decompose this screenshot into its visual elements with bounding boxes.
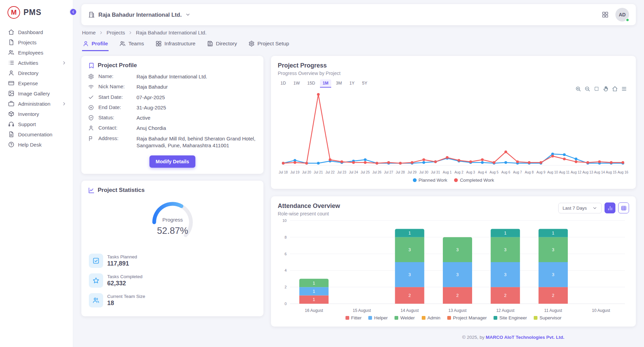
footer-company-link[interactable]: MARCO AIoT Technologies Pvt. Ltd. xyxy=(486,335,564,340)
modify-details-button[interactable]: Modify Details xyxy=(149,155,195,168)
table-view-button[interactable] xyxy=(618,202,629,213)
range-button-5y[interactable]: 5Y xyxy=(359,79,370,88)
logo-icon: M xyxy=(7,6,20,19)
sidebar-item-projects[interactable]: Projects xyxy=(0,37,73,47)
range-button-1w[interactable]: 1W xyxy=(291,79,303,88)
legend-marker xyxy=(413,178,417,182)
svg-text:Jul 31: Jul 31 xyxy=(431,170,440,174)
svg-text:Aug 1: Aug 1 xyxy=(443,170,452,174)
sidebar-item-administration[interactable]: Administration xyxy=(0,99,73,109)
legend-item-site-engineer[interactable]: Site Engineer xyxy=(494,315,527,320)
legend-marker xyxy=(422,316,425,320)
legend-item-fitter[interactable]: Fitter xyxy=(345,315,362,320)
sidebar-item-directory[interactable]: Directory xyxy=(0,68,73,78)
legend-label: Completed Work xyxy=(460,178,494,183)
sidebar-item-support[interactable]: Support xyxy=(0,119,73,129)
tab-project-setup[interactable]: Project Setup xyxy=(248,39,290,51)
home-icon[interactable] xyxy=(612,86,618,92)
tab-label: Teams xyxy=(128,41,144,47)
avatar-initials: AD xyxy=(619,12,626,17)
users-icon xyxy=(119,41,126,47)
legend-item-supervisor[interactable]: Supervisor xyxy=(534,315,562,320)
sidebar-item-label: Activities xyxy=(18,60,58,66)
legend-item-planned-work[interactable]: Planned Work xyxy=(413,178,448,183)
apps-grid-icon[interactable] xyxy=(602,11,609,18)
legend-label: Supervisor xyxy=(540,315,562,320)
range-button-1d[interactable]: 1D xyxy=(278,79,289,88)
svg-text:3: 3 xyxy=(504,272,506,277)
logo[interactable]: M PMS xyxy=(0,0,73,24)
zoom-in-icon[interactable] xyxy=(575,86,581,92)
tab-teams[interactable]: Teams xyxy=(119,39,145,51)
svg-text:1: 1 xyxy=(313,289,315,294)
legend-marker xyxy=(395,316,398,320)
sidebar-menu: DashboardProjectsEmployeesActivitiesDire… xyxy=(0,27,73,150)
profile-fields: Name:Raja Bahadur International Ltd.Nick… xyxy=(88,72,257,151)
sidebar-collapse-button[interactable] xyxy=(69,8,77,16)
menu-icon[interactable] xyxy=(621,86,627,92)
pan-icon[interactable] xyxy=(603,86,609,92)
user-icon xyxy=(83,41,89,47)
company-selector[interactable]: Raja Bahadur International Ltd. xyxy=(88,11,191,18)
breadcrumb-item-projects[interactable]: Projects xyxy=(107,30,125,35)
sidebar-item-expense[interactable]: Expense xyxy=(0,78,73,88)
user-icon xyxy=(8,70,14,76)
svg-text:Aug 2: Aug 2 xyxy=(454,170,464,174)
sidebar-item-help-desk[interactable]: Help Desk xyxy=(0,139,73,150)
svg-text:10 August: 10 August xyxy=(592,308,610,313)
save-icon xyxy=(207,41,213,47)
tab-label: Directory xyxy=(216,41,237,47)
svg-text:3: 3 xyxy=(408,247,411,252)
svg-text:10: 10 xyxy=(283,218,287,223)
chevron-right-icon xyxy=(128,30,133,35)
sidebar-item-inventory[interactable]: Inventory xyxy=(0,109,73,119)
tab-profile[interactable]: Profile xyxy=(82,39,109,51)
star-icon xyxy=(89,273,103,288)
sidebar-item-employees[interactable]: Employees xyxy=(0,47,73,58)
legend-item-welder[interactable]: Welder xyxy=(395,315,415,320)
stat-tasks-planned: Tasks Planned117,891 xyxy=(88,251,257,271)
legend-item-helper[interactable]: Helper xyxy=(368,315,388,320)
svg-text:Aug 10: Aug 10 xyxy=(547,170,558,174)
zoom-out-icon[interactable] xyxy=(584,86,590,92)
avatar[interactable]: AD xyxy=(615,8,629,21)
tab-infrastructure[interactable]: Infrastructure xyxy=(155,39,196,51)
sidebar-item-label: Support xyxy=(18,121,68,127)
legend-item-admin[interactable]: Admin xyxy=(422,315,440,320)
sidebar-item-label: Projects xyxy=(18,40,68,45)
main-area: Raja Bahadur International Ltd. AD HomeP… xyxy=(73,0,644,347)
gear-icon xyxy=(248,41,255,47)
svg-text:15 August: 15 August xyxy=(353,308,371,313)
legend-item-project-manager[interactable]: Project Manager xyxy=(447,315,487,320)
sidebar-item-documentation[interactable]: Documentation xyxy=(0,129,73,139)
svg-text:Jul 19: Jul 19 xyxy=(290,170,300,174)
date-range-select[interactable]: Last 7 Days xyxy=(558,203,602,213)
sidebar-item-dashboard[interactable]: Dashboard xyxy=(0,27,73,37)
list-icon xyxy=(8,60,14,66)
svg-text:0: 0 xyxy=(285,302,287,306)
range-button-1m[interactable]: 1M xyxy=(320,79,331,88)
range-button-15d[interactable]: 15D xyxy=(305,79,318,88)
tab-label: Project Setup xyxy=(257,41,289,47)
sidebar: M PMS DashboardProjectsEmployeesActiviti… xyxy=(0,0,73,347)
sidebar-item-image-gallery[interactable]: Image Gallery xyxy=(0,88,73,99)
stat-value: 62,332 xyxy=(107,280,143,287)
svg-text:12 August: 12 August xyxy=(496,308,515,313)
range-button-3m[interactable]: 3M xyxy=(333,79,344,88)
sidebar-item-activities[interactable]: Activities xyxy=(0,58,73,68)
svg-text:3: 3 xyxy=(552,272,554,277)
date-range-value: Last 7 Days xyxy=(563,206,587,211)
svg-text:Jul 23: Jul 23 xyxy=(337,170,347,174)
tab-directory[interactable]: Directory xyxy=(206,39,238,51)
range-button-1y[interactable]: 1Y xyxy=(347,79,357,88)
svg-text:1: 1 xyxy=(504,231,506,236)
help-circle-icon xyxy=(8,141,14,148)
legend-marker xyxy=(368,316,372,320)
breadcrumb-item-home[interactable]: Home xyxy=(82,30,96,35)
file-icon xyxy=(8,39,14,45)
chart-view-button[interactable] xyxy=(605,202,615,213)
selection-icon[interactable] xyxy=(594,86,599,92)
profile-field-name-: Name:Raja Bahadur International Ltd. xyxy=(88,72,257,82)
online-status-dot xyxy=(626,18,629,22)
legend-item-completed-work[interactable]: Completed Work xyxy=(454,178,494,183)
